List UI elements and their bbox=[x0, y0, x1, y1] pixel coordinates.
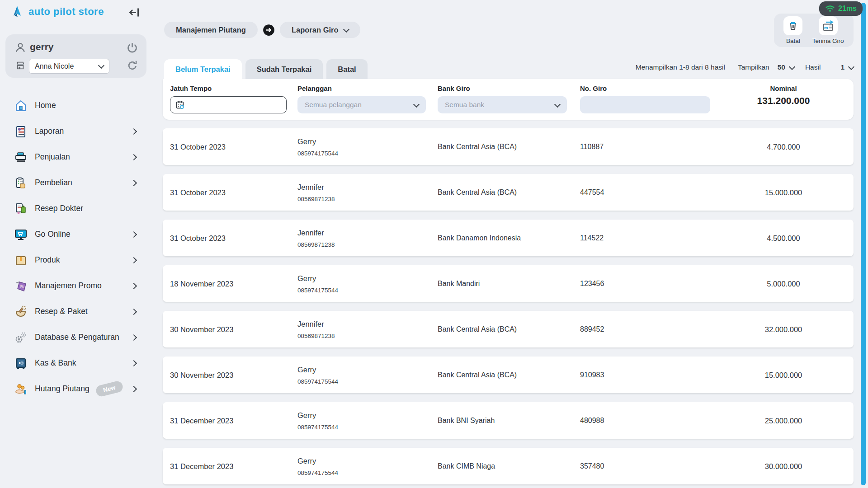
chevron-right-icon bbox=[131, 231, 137, 238]
row-bank: Bank Central Asia (BCA) bbox=[438, 371, 517, 379]
sidebar-item[interactable]: Laporan bbox=[0, 118, 156, 144]
row-giro-no: 123456 bbox=[580, 280, 604, 288]
calendar-clock-icon bbox=[175, 100, 185, 110]
sidebar-item-label: Resep & Paket bbox=[35, 307, 88, 316]
store-select[interactable]: Anna Nicole bbox=[29, 59, 109, 74]
row-due-date: 18 November 2023 bbox=[170, 279, 233, 288]
table-row[interactable]: 31 October 2023 Gerry 085974175544 Bank … bbox=[163, 128, 854, 165]
due-date-field[interactable] bbox=[189, 101, 281, 109]
row-giro-no: 889452 bbox=[580, 325, 604, 333]
row-nominal: 30.000.000 bbox=[716, 462, 851, 470]
breadcrumb-parent[interactable]: Manajemen Piutang bbox=[164, 22, 258, 38]
receive-giro-label: Terima Giro bbox=[812, 38, 844, 44]
sidebar-item[interactable]: Home bbox=[0, 93, 156, 118]
due-date-input[interactable] bbox=[170, 96, 287, 113]
tab-label: Batal bbox=[338, 65, 356, 74]
breadcrumb-current-label: Laporan Giro bbox=[292, 26, 339, 34]
row-customer-phone: 085974175544 bbox=[297, 423, 338, 430]
row-customer-name: Jennifer bbox=[297, 183, 335, 191]
paper-plane-logo-icon bbox=[10, 5, 24, 19]
sidebar-item-label: Database & Pengaturan bbox=[35, 333, 119, 342]
row-customer-phone: 08569871238 bbox=[297, 241, 335, 248]
bank-select[interactable]: Semua bank bbox=[438, 96, 567, 113]
sidebar-item-label: Home bbox=[35, 101, 56, 110]
sidebar-item-icon bbox=[14, 279, 28, 293]
table-row[interactable]: 30 November 2023 Gerry 085974175544 Bank… bbox=[163, 357, 854, 393]
row-nominal: 32.000.000 bbox=[716, 325, 851, 333]
table-row[interactable]: 18 November 2023 Gerry 085974175544 Bank… bbox=[163, 265, 854, 302]
filter-card: Jatuh Tempo Pelanggan Bank Giro No. Giro… bbox=[163, 79, 854, 120]
tab-label: Belum Terpakai bbox=[175, 65, 231, 74]
row-customer: Gerry 085974175544 bbox=[297, 456, 338, 476]
sidebar-item[interactable]: Penjualan bbox=[0, 144, 156, 170]
chevron-right-icon bbox=[131, 180, 137, 186]
sidebar-item[interactable]: Resep Dokter bbox=[0, 196, 156, 221]
table-row[interactable]: 31 December 2023 Gerry 085974175544 Bank… bbox=[163, 448, 854, 484]
latency-value: 21ms bbox=[838, 5, 857, 13]
chevron-right-icon bbox=[131, 334, 137, 341]
action-panel: Batal RP Terima Giro bbox=[774, 14, 854, 47]
breadcrumb-arrow-icon bbox=[263, 24, 275, 36]
row-customer-name: Gerry bbox=[297, 456, 338, 465]
row-customer: Jennifer 08569871238 bbox=[297, 319, 335, 339]
row-bank: Bank Central Asia (BCA) bbox=[438, 325, 517, 333]
giro-no-input[interactable] bbox=[580, 96, 710, 113]
table-row[interactable]: 31 December 2023 Gerry 085974175544 Bank… bbox=[163, 402, 854, 439]
page-select[interactable]: 1 bbox=[840, 63, 854, 71]
sidebar-collapse-icon[interactable] bbox=[128, 6, 140, 19]
table-row[interactable]: 30 November 2023 Jennifer 08569871238 Ba… bbox=[163, 311, 854, 347]
app-logo: auto pilot store bbox=[10, 5, 104, 19]
row-bank: Bank Mandiri bbox=[438, 280, 480, 288]
sidebar-item[interactable]: Pembelian bbox=[0, 170, 156, 196]
chevron-down-icon bbox=[848, 63, 854, 70]
sidebar-item-icon bbox=[14, 202, 28, 216]
tab-batal[interactable]: Batal bbox=[326, 59, 367, 79]
sidebar-item-label: Produk bbox=[35, 255, 60, 265]
sidebar-item[interactable]: Hutang Piutang New bbox=[0, 376, 156, 402]
sidebar-item-label: Hutang Piutang bbox=[35, 384, 90, 394]
row-nominal: 5.000.000 bbox=[716, 279, 851, 288]
breadcrumb-current-select[interactable]: Laporan Giro bbox=[280, 22, 360, 38]
sidebar-item[interactable]: Resep & Paket bbox=[0, 299, 156, 324]
row-giro-no: 447554 bbox=[580, 188, 604, 197]
row-bank: Bank Central Asia (BCA) bbox=[438, 188, 517, 197]
due-date-label: Jatuh Tempo bbox=[170, 84, 212, 92]
customer-select[interactable]: Semua pelanggan bbox=[297, 96, 426, 113]
receive-giro-button[interactable]: RP Terima Giro bbox=[812, 16, 844, 44]
sidebar-item[interactable]: Produk bbox=[0, 247, 156, 273]
row-customer: Gerry 085974175544 bbox=[297, 137, 338, 156]
row-customer-name: Gerry bbox=[297, 137, 338, 145]
row-due-date: 30 November 2023 bbox=[170, 325, 233, 333]
user-panel: gerry Anna Nicole bbox=[5, 34, 146, 78]
sidebar-item-icon bbox=[14, 356, 28, 371]
tab-sudah-terpakai[interactable]: Sudah Terpakai bbox=[245, 59, 323, 79]
sidebar-item[interactable]: Go Online bbox=[0, 221, 156, 247]
sidebar-item-label: Laporan bbox=[35, 127, 64, 136]
sidebar-item-label: Kas & Bank bbox=[35, 358, 76, 368]
table-row[interactable]: 31 October 2023 Jennifer 08569871238 Ban… bbox=[163, 220, 854, 256]
row-customer: Gerry 085974175544 bbox=[297, 365, 338, 385]
page-size-select[interactable]: 50 bbox=[778, 63, 794, 71]
table-row[interactable]: 31 October 2023 Jennifer 08569871238 Ban… bbox=[163, 174, 854, 211]
cancel-giro-button[interactable]: Batal bbox=[783, 16, 802, 44]
refresh-icon[interactable] bbox=[127, 60, 138, 71]
row-giro-no: 480988 bbox=[580, 417, 604, 425]
vertical-scrollbar[interactable] bbox=[861, 3, 866, 485]
sidebar-item[interactable]: Manajemen Promo bbox=[0, 273, 156, 299]
chevron-down-icon bbox=[413, 101, 420, 107]
bank-select-value: Semua bank bbox=[445, 101, 484, 109]
new-badge: New bbox=[95, 380, 124, 398]
row-bank: Bank CIMB Niaga bbox=[438, 462, 495, 470]
row-customer-phone: 085974175544 bbox=[297, 286, 338, 293]
row-customer-phone: 08569871238 bbox=[297, 195, 335, 202]
row-customer-name: Gerry bbox=[297, 365, 338, 374]
sidebar-item[interactable]: Database & Pengaturan bbox=[0, 324, 156, 350]
sidebar-item[interactable]: Kas & Bank bbox=[0, 350, 156, 376]
sidebar-item-icon bbox=[14, 124, 28, 139]
chevron-right-icon bbox=[131, 154, 137, 160]
tab-belum-terpakai[interactable]: Belum Terpakai bbox=[164, 59, 242, 79]
sidebar-item-label: Pembelian bbox=[35, 178, 72, 188]
chevron-right-icon bbox=[131, 360, 137, 366]
chevron-down-icon bbox=[789, 63, 795, 70]
logout-power-icon[interactable] bbox=[126, 42, 138, 54]
